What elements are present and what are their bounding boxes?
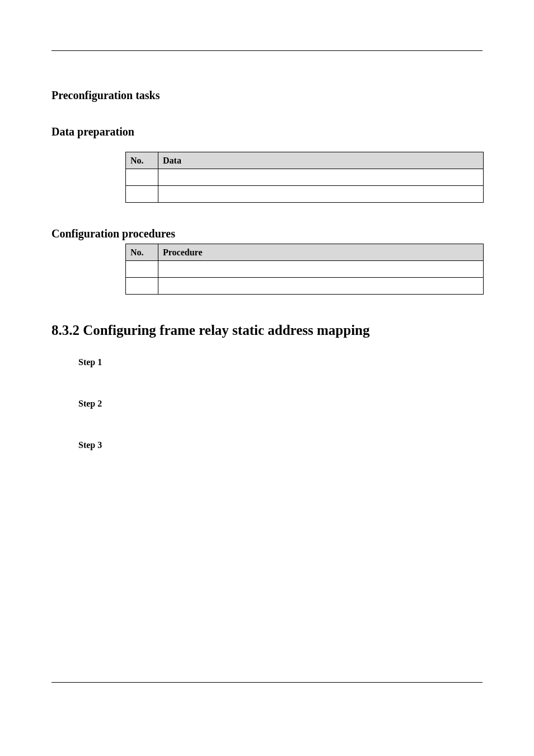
table-header-no: No. bbox=[126, 152, 158, 169]
table-cell-no bbox=[126, 186, 158, 203]
table-row bbox=[126, 278, 484, 295]
table-cell-no bbox=[126, 278, 158, 295]
table-header-no: No. bbox=[126, 244, 158, 261]
table-header-procedure: Procedure bbox=[158, 244, 484, 261]
table-header-row: No. Data bbox=[126, 152, 484, 169]
table-cell-procedure bbox=[158, 261, 484, 278]
top-divider bbox=[51, 50, 483, 51]
step-1-label: Step 1 bbox=[78, 357, 483, 367]
heading-section-8-3-2: 8.3.2 Configuring frame relay static add… bbox=[51, 323, 483, 338]
table-cell-data bbox=[158, 186, 484, 203]
table-cell-procedure bbox=[158, 278, 484, 295]
heading-configuration-procedures: Configuration procedures bbox=[51, 227, 483, 240]
heading-preconfiguration: Preconfiguration tasks bbox=[51, 89, 483, 102]
table-cell-no bbox=[126, 169, 158, 186]
step-2-label: Step 2 bbox=[78, 399, 483, 409]
table-header-row: No. Procedure bbox=[126, 244, 484, 261]
table-cell-data bbox=[158, 169, 484, 186]
data-preparation-table: No. Data bbox=[125, 152, 484, 203]
table-row bbox=[126, 169, 484, 186]
heading-data-preparation: Data preparation bbox=[51, 125, 483, 138]
table-row bbox=[126, 261, 484, 278]
table-row bbox=[126, 186, 484, 203]
configuration-procedures-table: No. Procedure bbox=[125, 244, 484, 295]
bottom-divider bbox=[51, 682, 483, 683]
table-header-data: Data bbox=[158, 152, 484, 169]
step-3-label: Step 3 bbox=[78, 440, 483, 450]
table-cell-no bbox=[126, 261, 158, 278]
